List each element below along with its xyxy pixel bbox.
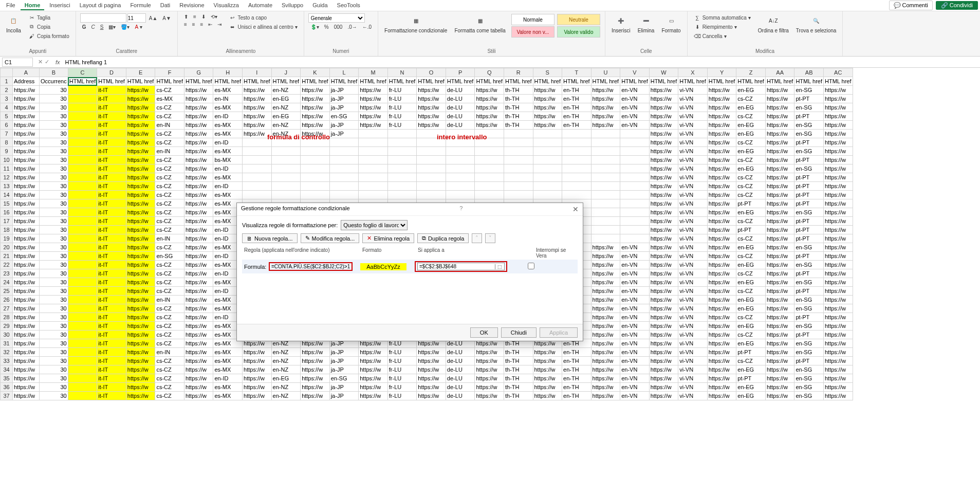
cell[interactable]: https://w xyxy=(823,322,853,331)
cell[interactable]: https://w xyxy=(765,147,794,156)
cell[interactable]: cs-CZ xyxy=(736,156,766,164)
cell[interactable]: es-MX xyxy=(213,383,243,392)
move-down-button[interactable]: ˅ xyxy=(485,233,495,243)
cell[interactable]: 30 xyxy=(40,86,68,95)
cell[interactable]: es-MX xyxy=(213,86,243,95)
cell[interactable]: https://w xyxy=(823,86,853,95)
cell[interactable]: cs-CZ xyxy=(155,130,184,138)
cell[interactable] xyxy=(504,173,533,182)
cell[interactable]: https://w xyxy=(823,261,853,269)
cell[interactable]: https://w xyxy=(13,261,40,269)
cell[interactable]: HTML href xyxy=(387,77,417,86)
cell[interactable] xyxy=(68,86,97,95)
cell[interactable]: vi-VN xyxy=(678,252,708,261)
cell[interactable]: 30 xyxy=(40,383,68,392)
menu-file[interactable]: File xyxy=(2,1,20,10)
cell[interactable]: https://w xyxy=(707,313,736,322)
cell[interactable]: en-EG xyxy=(736,121,766,130)
cell[interactable]: https://w xyxy=(591,392,620,400)
cell[interactable]: HTML href xyxy=(126,77,155,86)
cell[interactable]: https://w xyxy=(13,313,40,322)
cell[interactable] xyxy=(475,164,504,173)
menu-inserisci[interactable]: Inserisci xyxy=(45,1,74,10)
cell[interactable]: https://w xyxy=(591,322,620,331)
cell[interactable]: it-IT xyxy=(97,226,126,234)
indent-increase-icon[interactable]: ⇥ xyxy=(215,21,224,28)
cell[interactable]: 30 xyxy=(40,138,68,147)
cell[interactable]: fr-LU xyxy=(387,383,417,392)
dialog-close-icon[interactable]: ✕ xyxy=(572,205,579,213)
cell[interactable]: https://w xyxy=(184,164,213,173)
row-header-35[interactable]: 35 xyxy=(1,374,13,383)
name-box[interactable] xyxy=(2,58,33,67)
cell[interactable]: en-SG xyxy=(794,86,824,95)
cell[interactable]: https://w xyxy=(591,365,620,374)
cell[interactable] xyxy=(68,103,97,112)
row-header-17[interactable]: 17 xyxy=(1,217,13,226)
cell[interactable]: https://w xyxy=(184,313,213,322)
col-header-A[interactable]: A xyxy=(13,68,40,77)
cell[interactable]: https://w xyxy=(475,86,504,95)
cell[interactable]: en-EG xyxy=(736,103,766,112)
cell[interactable]: https://w xyxy=(649,383,678,392)
cell[interactable]: https://w xyxy=(707,112,736,121)
select-all-corner[interactable] xyxy=(1,68,13,77)
cell[interactable]: es-MX xyxy=(213,103,243,112)
cell[interactable]: en-IN xyxy=(155,147,184,156)
cell[interactable]: pt-PT xyxy=(794,173,824,182)
cell[interactable]: en-IN xyxy=(213,95,243,103)
cell[interactable]: https://w xyxy=(707,191,736,199)
share-button[interactable]: 🔗 Condividi xyxy=(936,1,978,10)
style-good-value[interactable]: Valore valido xyxy=(557,26,600,38)
italic-button[interactable]: C xyxy=(89,24,97,30)
cell[interactable] xyxy=(562,173,591,182)
cell[interactable]: https://w xyxy=(359,365,388,374)
menu-visualizza[interactable]: Visualizza xyxy=(210,1,243,10)
cell[interactable] xyxy=(620,138,650,147)
cell[interactable]: https://w xyxy=(707,243,736,252)
cell[interactable] xyxy=(591,191,620,199)
cell[interactable]: https://w xyxy=(243,95,272,103)
cell[interactable]: https://w xyxy=(126,331,155,339)
cell[interactable]: cs-CZ xyxy=(155,322,184,331)
cell[interactable]: https://w xyxy=(591,121,620,130)
cell[interactable]: https://w xyxy=(13,304,40,313)
col-header-F[interactable]: F xyxy=(155,68,184,77)
cell[interactable]: https://w xyxy=(765,383,794,392)
cell[interactable] xyxy=(301,182,330,191)
cell[interactable]: cs-CZ xyxy=(155,103,184,112)
cell[interactable]: https://w xyxy=(707,130,736,138)
cell[interactable] xyxy=(533,138,562,147)
cell[interactable]: https://w xyxy=(707,374,736,383)
cell[interactable]: https://w xyxy=(649,322,678,331)
cell[interactable] xyxy=(591,138,620,147)
cell[interactable]: https://w xyxy=(591,331,620,339)
cell[interactable]: en-NZ xyxy=(271,365,301,374)
cell[interactable]: de-LU xyxy=(446,383,475,392)
cell[interactable]: https://w xyxy=(765,95,794,103)
cell[interactable]: https://w xyxy=(765,208,794,217)
cell[interactable] xyxy=(68,339,97,348)
cell[interactable]: 30 xyxy=(40,164,68,173)
cell[interactable]: https://w xyxy=(591,383,620,392)
cell[interactable]: 30 xyxy=(40,322,68,331)
cell[interactable]: https://w xyxy=(184,199,213,208)
cell[interactable]: vi-VN xyxy=(678,313,708,322)
cell[interactable]: vi-VN xyxy=(678,269,708,278)
cell[interactable]: https://w xyxy=(359,383,388,392)
cell[interactable]: en-IN xyxy=(155,121,184,130)
cell[interactable] xyxy=(591,164,620,173)
cell[interactable]: it-IT xyxy=(97,121,126,130)
cell[interactable]: HTML href xyxy=(329,77,359,86)
cell[interactable]: th-TH xyxy=(504,357,533,365)
cell[interactable] xyxy=(271,147,301,156)
cell[interactable]: HTML href xyxy=(68,77,97,86)
align-top-icon[interactable]: ⬆ xyxy=(182,13,190,20)
row-header-23[interactable]: 23 xyxy=(1,269,13,278)
cell[interactable] xyxy=(387,173,417,182)
cell[interactable]: https://w xyxy=(649,392,678,400)
cell[interactable]: https://w xyxy=(707,304,736,313)
cell[interactable]: ja-JP xyxy=(329,348,359,357)
cell[interactable]: https://w xyxy=(417,383,446,392)
move-up-button[interactable]: ˄ xyxy=(472,233,482,243)
